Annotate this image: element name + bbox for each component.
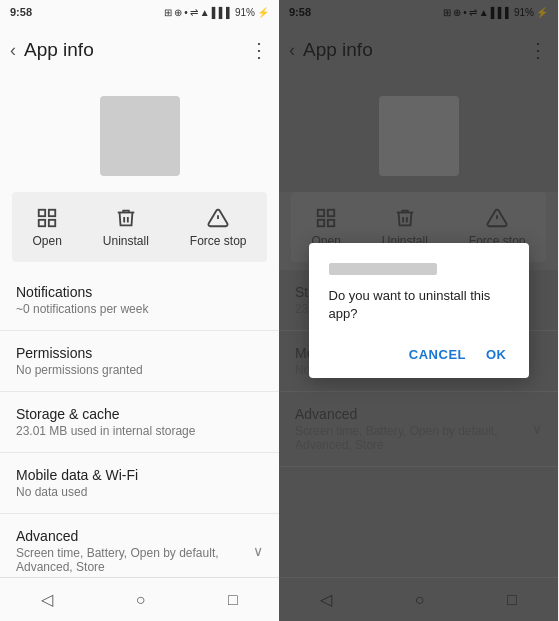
left-signal-icon: ▌▌▌: [212, 7, 233, 18]
left-notifications-subtitle: ~0 notifications per week: [16, 302, 263, 316]
left-open-icon: [35, 206, 59, 230]
left-force-stop-icon: [206, 206, 230, 230]
left-permissions-title: Permissions: [16, 345, 263, 361]
left-status-bar: 9:58 ⊞ ⊕ • ⇌ ▲ ▌▌▌ 91% ⚡: [0, 0, 279, 24]
left-nav-bar: ◁ ○ □: [0, 577, 279, 621]
left-panel: 9:58 ⊞ ⊕ • ⇌ ▲ ▌▌▌ 91% ⚡ ‹ App info ⋮: [0, 0, 279, 621]
dialog-overlay: Do you want to uninstall this app? CANCE…: [279, 0, 558, 621]
left-notifications-item[interactable]: Notifications ~0 notifications per week: [0, 270, 279, 331]
left-bt-icon: ⇌: [190, 7, 198, 18]
left-sim-icon: ⊞: [164, 7, 172, 18]
dialog-buttons: CANCEL OK: [329, 343, 509, 366]
right-panel: 9:58 ⊞ ⊕ • ⇌ ▲ ▌▌▌ 91% ⚡ ‹ App info ⋮: [279, 0, 558, 621]
dialog-message: Do you want to uninstall this app?: [329, 287, 509, 323]
left-mobile-data-title: Mobile data & Wi-Fi: [16, 467, 263, 483]
left-back-nav-icon[interactable]: ◁: [41, 590, 53, 609]
left-advanced-row: Advanced Screen time, Battery, Open by d…: [16, 528, 263, 574]
left-open-label: Open: [32, 234, 61, 248]
left-uninstall-icon: [114, 206, 138, 230]
left-storage-subtitle: 23.01 MB used in internal storage: [16, 424, 263, 438]
svg-rect-2: [49, 220, 55, 226]
svg-rect-0: [39, 210, 45, 216]
left-mobile-data-subtitle: No data used: [16, 485, 263, 499]
left-advanced-subtitle: Screen time, Battery, Open by default, A…: [16, 546, 253, 574]
svg-rect-3: [39, 220, 45, 226]
left-force-stop-label: Force stop: [190, 234, 247, 248]
left-action-buttons: Open Uninstall Force stop: [12, 192, 267, 262]
left-wifi-icon: ▲: [200, 7, 210, 18]
left-status-time: 9:58: [10, 6, 32, 18]
left-advanced-chevron-icon: ∨: [253, 543, 263, 559]
left-advanced-title: Advanced: [16, 528, 253, 544]
left-notifications-title: Notifications: [16, 284, 263, 300]
left-app-icon: [100, 96, 180, 176]
dialog-title-placeholder: [329, 263, 437, 275]
left-advanced-text: Advanced Screen time, Battery, Open by d…: [16, 528, 253, 574]
left-charging-icon: ⚡: [257, 7, 269, 18]
left-uninstall-label: Uninstall: [103, 234, 149, 248]
left-app-icon-area: [0, 76, 279, 192]
dialog-cancel-button[interactable]: CANCEL: [407, 343, 468, 366]
left-back-button[interactable]: ‹: [10, 40, 16, 61]
uninstall-dialog: Do you want to uninstall this app? CANCE…: [309, 243, 529, 378]
left-battery-pct: 91%: [235, 7, 255, 18]
left-storage-title: Storage & cache: [16, 406, 263, 422]
left-home-nav-icon[interactable]: ○: [136, 591, 146, 609]
left-mobile-data-item[interactable]: Mobile data & Wi-Fi No data used: [0, 453, 279, 514]
left-force-stop-button[interactable]: Force stop: [180, 202, 257, 252]
left-status-icons: ⊞ ⊕ • ⇌ ▲ ▌▌▌ 91% ⚡: [164, 7, 269, 18]
left-cast-icon: ⊕: [174, 7, 182, 18]
svg-rect-1: [49, 210, 55, 216]
left-storage-item[interactable]: Storage & cache 23.01 MB used in interna…: [0, 392, 279, 453]
dialog-ok-button[interactable]: OK: [484, 343, 509, 366]
left-open-button[interactable]: Open: [22, 202, 71, 252]
left-recents-nav-icon[interactable]: □: [228, 591, 238, 609]
left-toolbar: ‹ App info ⋮: [0, 24, 279, 76]
left-page-title: App info: [24, 39, 249, 61]
left-dot-icon: •: [184, 7, 188, 18]
left-permissions-item[interactable]: Permissions No permissions granted: [0, 331, 279, 392]
left-uninstall-button[interactable]: Uninstall: [93, 202, 159, 252]
left-permissions-subtitle: No permissions granted: [16, 363, 263, 377]
left-more-button[interactable]: ⋮: [249, 38, 269, 62]
left-advanced-item[interactable]: Advanced Screen time, Battery, Open by d…: [0, 514, 279, 577]
left-settings-list: Notifications ~0 notifications per week …: [0, 270, 279, 577]
